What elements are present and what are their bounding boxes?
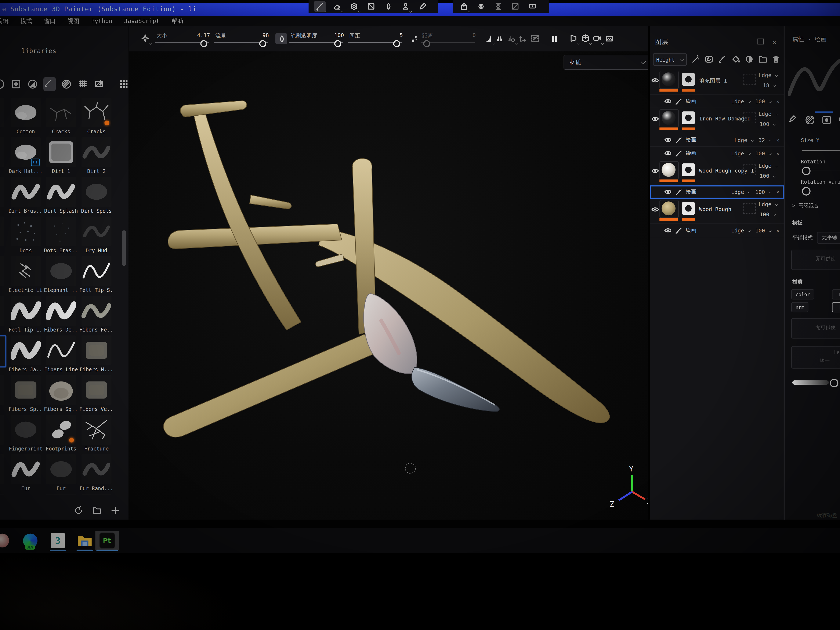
- brush-thumbnail[interactable]: [82, 415, 112, 445]
- tab-stencil-icon[interactable]: [821, 115, 831, 126]
- brush-thumbnail[interactable]: Ps: [11, 137, 41, 167]
- layer-mask-thumb[interactable]: [682, 202, 695, 215]
- shading-mode-dropdown[interactable]: 材质: [564, 55, 648, 69]
- paint-effect-row[interactable]: 绘画Ldge 100 ×: [650, 147, 784, 160]
- brush-thumbnail[interactable]: [46, 415, 76, 445]
- geometry-mode-button[interactable]: [579, 33, 592, 44]
- channel-selector[interactable]: Height: [653, 53, 687, 66]
- param-slider[interactable]: [348, 39, 402, 45]
- effect-visibility-icon[interactable]: [664, 136, 671, 144]
- paint-effect-row[interactable]: 绘画Ldge 100 ×: [650, 224, 784, 237]
- camera-mode-button[interactable]: [592, 33, 603, 44]
- viewport-image-icon[interactable]: [603, 33, 615, 44]
- paint-effect-row[interactable]: 绘画Ldge 100 ×: [650, 95, 784, 108]
- brush-thumbnail[interactable]: [46, 494, 76, 495]
- eraser-tool-button[interactable]: [331, 1, 343, 12]
- layer-blend-mode[interactable]: Ldge: [758, 73, 778, 78]
- brush-thumbnail[interactable]: [46, 296, 76, 326]
- effect-visibility-icon[interactable]: [664, 97, 671, 106]
- layer-mask-thumb[interactable]: [682, 163, 695, 176]
- channel-chip-ma[interactable]: ma: [832, 289, 840, 300]
- grid-view-icon[interactable]: [118, 77, 129, 91]
- height-gradient-knob[interactable]: [830, 379, 838, 387]
- taskbar-edge-dev-icon[interactable]: DEV: [19, 531, 41, 550]
- layer-blend-mode[interactable]: Ldge: [758, 111, 778, 117]
- brush-thumbnail-cut[interactable]: [0, 375, 4, 405]
- brush-thumbnail[interactable]: [11, 415, 41, 445]
- effect-blend-mode[interactable]: Ldge: [731, 98, 751, 104]
- brush-thumbnail[interactable]: [82, 494, 112, 495]
- height-gradient-slider[interactable]: [793, 381, 829, 385]
- paint-effect-row[interactable]: 绘画Ldge 100 ×: [650, 185, 784, 199]
- brush-thumbnail-cut[interactable]: [0, 98, 4, 128]
- paint-effect-row[interactable]: 绘画Ldge 32 ×: [650, 133, 784, 147]
- add-resource-icon[interactable]: [110, 506, 120, 518]
- smart-material-icon[interactable]: [704, 54, 714, 65]
- layer-material-thumb[interactable]: [662, 73, 676, 86]
- menu-item-3[interactable]: 视图: [68, 17, 79, 25]
- brush-thumbnail-cut[interactable]: [0, 494, 4, 495]
- layer-visibility-icon[interactable]: [651, 76, 659, 86]
- rotation-knob[interactable]: [802, 167, 810, 175]
- channel-chip-nrm[interactable]: nrm: [791, 302, 808, 312]
- brush-thumbnail[interactable]: [82, 98, 112, 128]
- param-slider[interactable]: [155, 39, 209, 45]
- brush-thumbnail[interactable]: [46, 454, 76, 484]
- falloff-curve-icon[interactable]: [482, 33, 494, 44]
- brush-thumbnail-cut[interactable]: [0, 296, 4, 326]
- menu-item-6[interactable]: 帮助: [172, 17, 183, 25]
- tab-brush-icon[interactable]: [788, 115, 798, 126]
- brush-thumbnail-cut[interactable]: [0, 137, 4, 167]
- brush-thumbnail-cut[interactable]: [0, 177, 4, 207]
- layer-visibility-icon[interactable]: [651, 167, 659, 176]
- layer-opacity[interactable]: 100: [759, 121, 776, 127]
- brush-thumbnail[interactable]: [11, 98, 41, 128]
- brush-thumbnail[interactable]: [46, 98, 76, 128]
- filter-environments-icon[interactable]: [93, 77, 106, 91]
- filter-smartmask-icon[interactable]: [27, 77, 39, 91]
- brush-thumbnail-cut[interactable]: [0, 256, 4, 286]
- brush-thumbnail[interactable]: [11, 454, 41, 484]
- tiling-mode-dropdown[interactable]: 无平铺: [817, 232, 840, 244]
- channel-chip-color[interactable]: color: [791, 289, 815, 300]
- menu-item-0[interactable]: 编辑: [0, 17, 8, 25]
- effect-opacity[interactable]: 100: [755, 150, 772, 156]
- effect-opacity[interactable]: 100: [755, 98, 772, 104]
- add-fill-layer-icon[interactable]: [731, 54, 740, 65]
- brush-thumbnail-cut[interactable]: [0, 454, 4, 484]
- brush-thumbnail-cut[interactable]: [0, 216, 4, 246]
- layer-mask-thumb[interactable]: [682, 111, 695, 124]
- paint-tool-button[interactable]: [314, 1, 326, 12]
- taskbar-3dsmax-icon[interactable]: 3: [47, 531, 69, 550]
- perspective-mode-button[interactable]: [568, 33, 579, 44]
- float-panel-icon[interactable]: [758, 38, 764, 44]
- effect-visibility-icon[interactable]: [664, 226, 671, 235]
- scatter-dots-icon[interactable]: [408, 33, 420, 44]
- filter-textures-icon[interactable]: [77, 77, 89, 91]
- layer-blend-mode[interactable]: Ldge: [758, 163, 778, 169]
- brush-thumbnail-cut[interactable]: [0, 335, 6, 368]
- brush-thumbnail-cut[interactable]: [0, 415, 4, 445]
- brush-thumbnail[interactable]: [46, 137, 76, 167]
- brush-thumbnail[interactable]: [82, 296, 112, 326]
- tab-material-icon[interactable]: [838, 115, 840, 126]
- param-slider[interactable]: [214, 39, 268, 45]
- filter-brushes-icon[interactable]: [44, 77, 55, 91]
- filter-all-icon[interactable]: [0, 77, 5, 91]
- delete-effect-icon[interactable]: ×: [776, 98, 780, 104]
- brush-thumbnail[interactable]: [46, 375, 76, 405]
- layer-visibility-icon[interactable]: [651, 205, 659, 215]
- effects-wand-icon[interactable]: [691, 54, 700, 65]
- tab-alpha-icon[interactable]: [805, 115, 815, 126]
- brush-preset-icon[interactable]: [139, 33, 151, 44]
- effect-opacity[interactable]: 32: [758, 137, 772, 143]
- effect-blend-mode[interactable]: Ldge: [734, 137, 754, 143]
- layer-material-thumb[interactable]: [662, 111, 676, 125]
- brush-thumbnail[interactable]: [11, 256, 41, 286]
- brush-thumbnail[interactable]: [46, 177, 76, 207]
- brush-thumbnail[interactable]: [11, 335, 41, 365]
- advanced-blend-toggle[interactable]: > 高级混合: [793, 202, 819, 210]
- add-smart-mask-icon[interactable]: [745, 54, 754, 65]
- brush-thumbnail[interactable]: [46, 256, 76, 286]
- menu-item-1[interactable]: 模式: [21, 17, 32, 25]
